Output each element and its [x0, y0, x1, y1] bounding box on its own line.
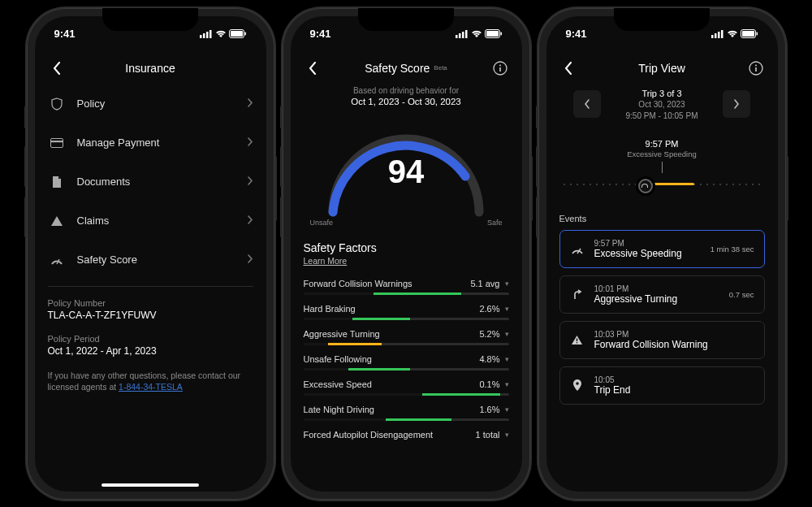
wifi-icon — [215, 30, 227, 38]
event-name: Trip End — [594, 384, 754, 396]
svg-rect-2 — [206, 32, 209, 38]
phone-trip-view: 9:41 Trip View Trip 3 of 3 Oct 30, 2023 … — [538, 8, 786, 500]
policy-period-value: Oct 1, 2022 - Apr 1, 2023 — [48, 345, 253, 357]
battery-icon — [229, 29, 247, 38]
safety-icon — [48, 255, 66, 265]
menu-label: Policy — [77, 98, 248, 110]
chevron-down-icon: ▾ — [505, 330, 509, 338]
svg-rect-6 — [244, 32, 246, 36]
events-heading: Events — [559, 214, 765, 223]
turn-icon — [570, 289, 585, 301]
chevron-down-icon: ▾ — [505, 380, 509, 388]
header: Trip View — [546, 52, 778, 84]
menu-docs[interactable]: Documents — [48, 162, 253, 202]
svg-rect-15 — [486, 31, 499, 37]
event-card[interactable]: 10:03 PMForward Collision Warning — [559, 321, 765, 359]
claims-icon — [48, 215, 66, 227]
svg-rect-25 — [742, 31, 754, 37]
back-button[interactable] — [304, 59, 322, 77]
chevron-down-icon: ▾ — [505, 431, 509, 439]
factor-name: Aggressive Turning — [304, 329, 480, 339]
factor-row[interactable]: Aggressive Turning5.2%▾ — [304, 323, 509, 348]
chevron-down-icon: ▾ — [505, 355, 509, 363]
factor-value: 0.1% — [479, 379, 499, 389]
policy-number-label: Policy Number — [48, 298, 253, 308]
svg-rect-12 — [462, 32, 464, 38]
trip-timeline[interactable] — [559, 176, 765, 193]
support-phone-link[interactable]: 1-844-34-TESLA — [119, 382, 183, 392]
status-time: 9:41 — [566, 28, 587, 40]
svg-rect-22 — [718, 32, 720, 38]
status-indicators — [200, 29, 247, 38]
warn-icon — [570, 335, 585, 345]
next-trip-button[interactable] — [723, 90, 750, 118]
info-button[interactable] — [491, 59, 509, 77]
svg-rect-13 — [465, 30, 468, 38]
event-duration: 0.7 sec — [729, 290, 754, 299]
svg-rect-31 — [577, 339, 577, 342]
battery-icon — [741, 29, 758, 38]
status-bar: 9:41 — [546, 16, 778, 52]
svg-rect-1 — [203, 33, 205, 38]
factor-name: Unsafe Following — [304, 354, 480, 364]
svg-rect-8 — [50, 141, 63, 142]
menu-label: Safety Score — [77, 254, 248, 266]
factor-name: Hard Braking — [304, 304, 480, 314]
factor-value: 5.1 avg — [470, 279, 499, 288]
svg-point-18 — [499, 64, 501, 66]
safety-score-value: 94 — [304, 154, 509, 190]
timeline-highlight-label: Excessive Speeding — [559, 150, 765, 158]
factor-row[interactable]: Forced Autopilot Disengagement1 total▾ — [304, 423, 509, 442]
chevron-down-icon: ▾ — [505, 305, 509, 313]
factor-row[interactable]: Forward Collision Warnings5.1 avg▾ — [304, 272, 509, 297]
menu-claims[interactable]: Claims — [48, 202, 253, 240]
status-time: 9:41 — [54, 28, 76, 40]
phone-insurance: 9:41 Insurance PolicyManage PaymentDocum… — [27, 8, 274, 500]
prev-trip-button[interactable] — [573, 90, 601, 118]
menu-payment[interactable]: Manage Payment — [48, 124, 253, 162]
policy-period-label: Policy Period — [48, 334, 253, 344]
event-name: Excessive Speeding — [594, 248, 701, 259]
event-card[interactable]: 10:05Trip End — [559, 366, 765, 405]
factor-value: 1 total — [476, 430, 500, 440]
chevron-right-icon — [248, 214, 253, 227]
beta-badge: Beta — [434, 64, 447, 72]
event-name: Forward Collision Warning — [594, 339, 754, 350]
event-time: 10:01 PM — [594, 284, 719, 293]
status-time: 9:41 — [310, 28, 331, 40]
event-time: 10:05 — [594, 375, 754, 384]
factor-name: Forced Autopilot Disengagement — [304, 430, 476, 440]
header: Safety ScoreBeta — [291, 52, 522, 84]
svg-rect-0 — [200, 35, 202, 38]
battery-icon — [485, 29, 503, 38]
header-spacer — [235, 59, 253, 77]
back-button[interactable] — [48, 59, 66, 77]
svg-point-33 — [576, 383, 579, 386]
factor-row[interactable]: Hard Braking2.6%▾ — [304, 297, 509, 323]
factor-row[interactable]: Unsafe Following4.8%▾ — [304, 348, 509, 373]
factor-name: Late Night Driving — [304, 405, 480, 414]
home-indicator[interactable] — [102, 483, 199, 487]
cell-signal-icon — [200, 30, 213, 38]
factor-value: 1.6% — [479, 405, 499, 414]
factor-row[interactable]: Late Night Driving1.6%▾ — [304, 398, 509, 423]
timeline-marker-icon[interactable] — [638, 179, 653, 193]
back-button[interactable] — [559, 59, 577, 77]
page-title: Trip View — [577, 62, 747, 75]
safety-factors-heading: Safety Factors — [304, 241, 509, 254]
menu-policy[interactable]: Policy — [48, 84, 253, 124]
event-time: 10:03 PM — [594, 330, 754, 339]
factor-row[interactable]: Excessive Speed0.1%▾ — [304, 373, 509, 398]
speed-icon — [570, 245, 585, 254]
status-indicators — [711, 29, 758, 38]
learn-more-link[interactable]: Learn More — [304, 256, 509, 266]
payment-icon — [48, 138, 66, 148]
timeline-highlight-time: 9:57 PM — [559, 139, 765, 149]
event-card[interactable]: 9:57 PMExcessive Speeding1 min 38 sec — [559, 230, 765, 268]
event-card[interactable]: 10:01 PMAggressive Turning0.7 sec — [559, 275, 765, 314]
menu-safety[interactable]: Safety Score — [48, 240, 253, 280]
status-bar: 9:41 — [291, 16, 522, 52]
info-button[interactable] — [747, 59, 765, 77]
event-time: 9:57 PM — [594, 239, 701, 248]
svg-rect-21 — [715, 33, 717, 38]
